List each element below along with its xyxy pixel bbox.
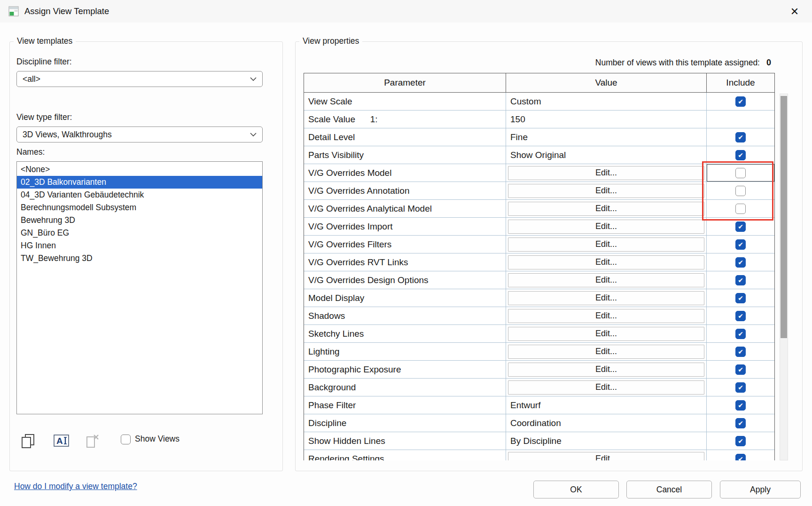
parameter-cell: Parts Visibility (304, 146, 506, 164)
delete-template-button[interactable] (85, 433, 100, 451)
view-type-filter-label: View type filter: (16, 112, 72, 122)
apply-button[interactable]: Apply (720, 481, 801, 498)
assigned-views-count: Number of views with this template assig… (595, 58, 771, 68)
rename-template-button[interactable]: A (54, 433, 70, 450)
include-checkbox[interactable]: ✔ (735, 293, 746, 303)
show-views-label: Show Views (135, 434, 180, 444)
value-cell: Edit... (506, 253, 707, 271)
include-checkbox[interactable] (735, 204, 746, 214)
value-cell: Edit... (506, 236, 707, 253)
list-item[interactable]: TW_Bewehrung 3D (17, 252, 262, 265)
table-row: Scale Value 1:150 (304, 111, 775, 128)
include-cell: ✔ (707, 361, 774, 379)
show-views-checkbox[interactable] (121, 435, 131, 444)
include-checkbox[interactable]: ✔ (735, 311, 746, 321)
template-names-list[interactable]: <None>02_3D Balkonvarianten04_3D Variant… (16, 161, 263, 414)
cancel-button[interactable]: Cancel (626, 481, 712, 498)
list-item[interactable]: Bewehrung 3D (17, 214, 262, 227)
view-type-filter-value: 3D Views, Walkthroughs (23, 130, 112, 140)
include-cell: ✔ (707, 396, 774, 414)
edit-button[interactable]: Edit... (508, 166, 704, 180)
include-checkbox[interactable]: ✔ (735, 150, 746, 160)
table-row: View ScaleCustom✔ (304, 93, 775, 111)
list-item[interactable]: GN_Büro EG (17, 227, 262, 239)
edit-button[interactable]: Edit... (508, 237, 704, 252)
edit-button[interactable]: Edit... (508, 255, 704, 269)
list-item[interactable]: Berechnungsmodell Subsystem (17, 201, 262, 214)
assigned-views-label: Number of views with this template assig… (595, 58, 760, 67)
edit-button[interactable]: Edit... (508, 452, 704, 461)
include-checkbox[interactable]: ✔ (735, 436, 746, 446)
edit-button[interactable]: Edit... (508, 273, 704, 287)
include-checkbox[interactable] (735, 186, 746, 196)
table-row: ShadowsEdit...✔ (304, 307, 775, 325)
value-cell: 150 (506, 111, 707, 128)
include-cell: ✔ (707, 271, 774, 289)
table-row: BackgroundEdit...✔ (304, 379, 775, 396)
edit-button[interactable]: Edit... (508, 309, 704, 323)
include-checkbox[interactable]: ✔ (735, 132, 746, 142)
parameter-cell: Scale Value 1: (304, 111, 506, 128)
include-checkbox[interactable]: ✔ (735, 275, 746, 285)
edit-button[interactable]: Edit... (508, 291, 704, 305)
include-checkbox[interactable] (735, 168, 746, 178)
value-cell: Edit... (506, 307, 707, 325)
include-cell: ✔ (707, 253, 774, 271)
chevron-down-icon (250, 133, 257, 137)
edit-button[interactable]: Edit... (508, 363, 704, 377)
list-item[interactable]: 02_3D Balkonvarianten (17, 176, 262, 189)
title-bar: Assign View Template ✕ (0, 0, 812, 23)
edit-button[interactable]: Edit... (508, 184, 704, 198)
table-row: V/G Overrides ModelEdit... (304, 164, 775, 182)
include-checkbox[interactable]: ✔ (735, 221, 746, 232)
close-icon[interactable]: ✕ (788, 5, 802, 19)
chevron-down-icon (250, 77, 257, 81)
discipline-filter-select[interactable]: <all> (16, 71, 263, 87)
list-item[interactable]: HG Innen (17, 239, 262, 252)
column-header-include: Include (707, 73, 774, 92)
include-cell: ✔ (707, 450, 774, 460)
edit-button[interactable]: Edit... (508, 380, 704, 395)
window-title: Assign View Template (24, 0, 109, 23)
include-checkbox[interactable]: ✔ (735, 96, 746, 107)
properties-table: Parameter Value Include View ScaleCustom… (304, 73, 775, 460)
edit-button[interactable]: Edit... (508, 220, 704, 234)
value-cell: Edit... (506, 182, 707, 200)
include-checkbox[interactable]: ✔ (735, 364, 746, 375)
include-checkbox[interactable]: ✔ (735, 329, 746, 339)
duplicate-template-button[interactable] (20, 433, 36, 451)
names-label: Names: (16, 147, 45, 157)
ok-button[interactable]: OK (533, 481, 619, 498)
value-cell: Edit... (506, 200, 707, 218)
table-row: Sketchy LinesEdit...✔ (304, 325, 775, 343)
parameter-cell: V/G Overrides RVT Links (304, 253, 506, 271)
value-cell: Edit... (506, 289, 707, 307)
parameter-cell: Model Display (304, 289, 506, 307)
edit-button[interactable]: Edit... (508, 202, 704, 216)
properties-table-header: Parameter Value Include (304, 73, 775, 93)
table-scrollbar[interactable] (780, 94, 788, 460)
include-checkbox[interactable]: ✔ (735, 454, 746, 461)
value-cell: Coordination (506, 414, 707, 432)
edit-button[interactable]: Edit... (508, 345, 704, 359)
help-link[interactable]: How do I modify a view template? (14, 482, 137, 491)
list-item[interactable]: 04_3D Varianten Gebäudetechnik (17, 189, 262, 201)
table-row: V/G Overrides FiltersEdit...✔ (304, 236, 775, 253)
view-type-filter-select[interactable]: 3D Views, Walkthroughs (16, 126, 263, 142)
include-cell (707, 111, 774, 128)
discipline-filter-value: <all> (23, 74, 40, 84)
value-cell: By Discipline (506, 432, 707, 450)
list-item[interactable]: <None> (17, 163, 262, 176)
edit-button[interactable]: Edit... (508, 327, 704, 341)
include-checkbox[interactable]: ✔ (735, 257, 746, 268)
include-checkbox[interactable]: ✔ (735, 400, 746, 411)
parameter-cell: Lighting (304, 343, 506, 361)
include-cell: ✔ (707, 128, 774, 146)
table-scrollbar-thumb[interactable] (781, 96, 787, 338)
include-checkbox[interactable]: ✔ (735, 382, 746, 393)
app-icon (8, 6, 19, 16)
include-checkbox[interactable]: ✔ (735, 418, 746, 428)
include-checkbox[interactable]: ✔ (735, 347, 746, 357)
include-checkbox[interactable]: ✔ (735, 239, 746, 250)
column-header-value: Value (506, 73, 707, 92)
